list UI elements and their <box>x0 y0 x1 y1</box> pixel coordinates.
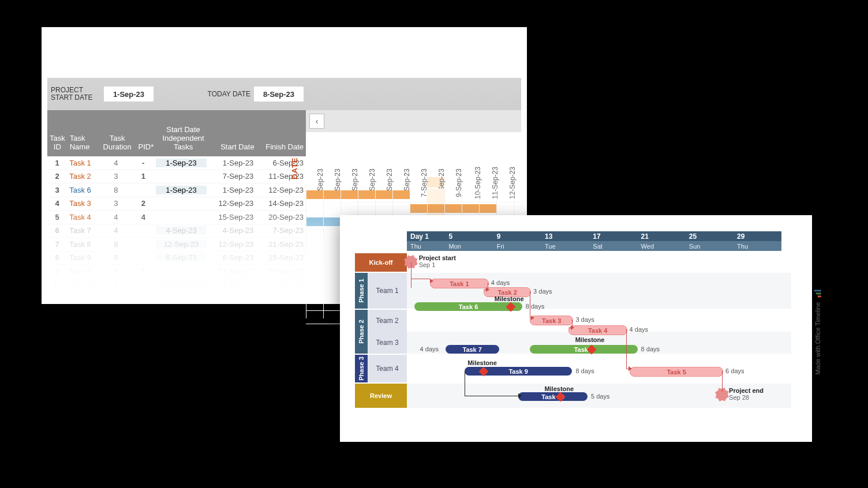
time-header-day: 13 <box>541 231 589 241</box>
task-bar[interactable]: Task 8 <box>530 345 637 354</box>
phase-label: Phase 2 <box>355 310 368 354</box>
cell-task-id: 8 <box>47 253 67 262</box>
cell-duration: 8 <box>101 240 131 249</box>
table-row[interactable]: 5Task 44415-Sep-2320-Sep-23 <box>47 211 306 224</box>
cell-finish-date: 12-Sep-23 <box>256 186 306 194</box>
date-column: 3-Sep-23 <box>341 177 358 187</box>
task-bar[interactable]: Task 10 <box>518 392 588 401</box>
hdr-task-name: Task Name <box>68 134 101 156</box>
cell-duration: 6 <box>101 267 131 276</box>
scroll-left-button[interactable]: ‹ <box>309 114 324 129</box>
cell-pid: - <box>131 159 156 167</box>
project-start-label: PROJECT START DATE <box>47 87 104 102</box>
cell-start-date: 1-Sep-23 <box>207 186 256 194</box>
today-date-label: TODAY DATE <box>204 90 254 98</box>
time-header-weekday: Tue <box>541 241 589 251</box>
swimlane <box>407 253 791 272</box>
hdr-start: Start Date <box>208 143 257 156</box>
cell-duration: 4 <box>101 213 131 222</box>
table-row[interactable]: 1Task 14-1-Sep-231-Sep-236-Sep-23 <box>47 156 306 170</box>
table-row[interactable]: 4Task 33212-Sep-2314-Sep-23 <box>47 197 306 211</box>
hdr-task-id: Task ID <box>47 134 68 156</box>
dependency-line <box>465 371 465 396</box>
cell-indep-date: 12-Sep-23 <box>156 240 207 249</box>
table-row[interactable]: 9Task 56521-Sep-2328-Sep-23 <box>47 265 306 279</box>
task-bar[interactable]: Task 4 <box>568 325 627 335</box>
office-timeline-icon <box>814 290 821 297</box>
cell-task-id: 3 <box>47 186 67 194</box>
arrow-right-icon <box>571 325 574 330</box>
cell-task-id: 4 <box>47 199 67 208</box>
date-axis-label: DATE <box>290 157 299 179</box>
arrow-right-icon <box>486 287 489 292</box>
milestone-label: Milestone <box>544 385 574 392</box>
phase-label: Phase 3 <box>355 355 368 382</box>
dependency-line <box>411 279 430 279</box>
cell-task-id: 9 <box>47 267 67 276</box>
phase-label: Review <box>355 384 407 408</box>
today-date-input[interactable]: 8-Sep-23 <box>254 87 304 102</box>
time-header-weekday: Sun <box>686 241 734 251</box>
time-header-weekday: Fri <box>493 241 541 251</box>
gantt-row <box>306 189 521 202</box>
cell-indep-date: 1-Sep-23 <box>156 159 207 167</box>
table-row[interactable]: 7Task 8812-Sep-2312-Sep-2321-Sep-23 <box>47 238 306 251</box>
date-column: 4-Sep-23 <box>358 177 375 187</box>
cell-start-date: 4-Sep-23 <box>207 226 256 235</box>
dependency-line <box>626 329 627 369</box>
cell-task-id: 5 <box>47 213 67 222</box>
cell-task-name: Task 9 <box>67 253 101 262</box>
hdr-duration: Task Duration <box>101 134 134 156</box>
mini-task-bar[interactable] <box>410 204 496 213</box>
cell-indep-date: 11-Sep-23 <box>156 280 207 289</box>
arrow-right-icon <box>518 393 522 398</box>
table-row[interactable]: 3Task 681-Sep-231-Sep-2312-Sep-23 <box>47 183 306 197</box>
dependency-line <box>530 291 530 318</box>
dependency-line <box>722 371 723 392</box>
cell-finish-date: 7-Sep-23 <box>256 226 306 235</box>
cell-task-id: 10 <box>47 280 67 289</box>
hdr-pid: PID* <box>134 143 158 156</box>
task-bar[interactable]: Task 1 <box>430 279 489 288</box>
cell-task-id: 7 <box>47 240 67 249</box>
duration-label: 3 days <box>575 316 594 323</box>
cell-task-name: Task 5 <box>67 267 101 276</box>
gantt-scroll-bar: ‹ <box>306 110 521 132</box>
time-header-day: 17 <box>589 231 637 241</box>
milestone-label: Milestone <box>495 295 524 302</box>
cell-pid: 5 <box>131 267 156 276</box>
task-bar[interactable]: Task 7 <box>446 345 499 354</box>
project-start-date-input[interactable]: 1-Sep-23 <box>104 87 154 102</box>
time-header-weekday: Wed <box>638 241 686 251</box>
gantt-body: Kick-offPhase 1Team 1Phase 2Team 2Team 3… <box>355 253 791 426</box>
team-label: Team 1 <box>368 273 407 309</box>
duration-label: 4 days <box>491 279 510 286</box>
milestone-label: Milestone <box>575 336 605 343</box>
hdr-indep: Start Date Independent Tasks <box>158 126 208 156</box>
task-bar[interactable]: Task 3 <box>530 316 573 325</box>
table-row[interactable]: 8Task 986-Sep-236-Sep-2315-Sep-23 <box>47 251 306 265</box>
table-row[interactable]: 10Task 10511-Sep-2311-Sep-2315-Sep-23 <box>47 279 306 292</box>
cell-start-date: 21-Sep-23 <box>207 267 256 276</box>
time-header-day: 9 <box>493 231 541 241</box>
cell-task-name: Task 2 <box>67 172 101 181</box>
task-bar[interactable]: Task 5 <box>630 367 723 377</box>
credit-label: Made with Office Timeline <box>814 290 821 374</box>
date-column: 2-Sep-23 <box>323 177 341 187</box>
time-header-weekday: Mon <box>446 241 493 251</box>
time-header-day: Day 1 <box>407 231 446 241</box>
dependency-line <box>465 396 518 396</box>
milestone-label: Milestone <box>467 359 497 366</box>
arrow-right-icon <box>628 366 632 371</box>
cell-task-name: Task 6 <box>67 186 101 194</box>
cell-start-date: 12-Sep-23 <box>207 240 256 249</box>
duration-label: 8 days <box>526 303 544 310</box>
time-header-day: 29 <box>734 231 781 241</box>
table-row[interactable]: 2Task 2317-Sep-2311-Sep-23 <box>47 170 306 184</box>
project-start-label: Project start <box>419 254 456 261</box>
date-column: 10-Sep-23 <box>462 177 479 187</box>
table-row[interactable]: 6Task 744-Sep-234-Sep-237-Sep-23 <box>47 224 306 238</box>
team-label: Team 4 <box>368 355 407 382</box>
hdr-finish: Finish Date <box>257 143 306 156</box>
cell-task-id: 1 <box>47 159 67 167</box>
